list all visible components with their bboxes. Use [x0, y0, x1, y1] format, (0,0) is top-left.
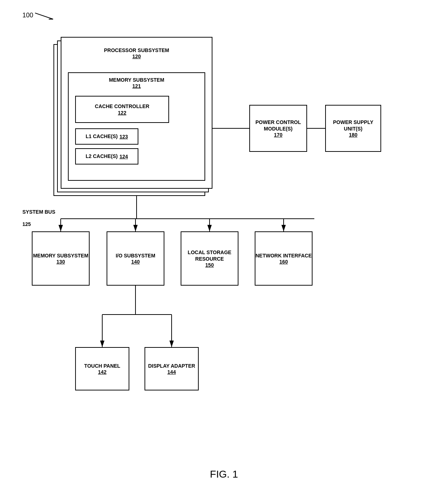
fig-label-text: FIG. 1 — [210, 469, 238, 480]
system-bus-number: 125 — [22, 221, 31, 227]
cache-ctrl-number: 122 — [118, 110, 126, 116]
psu-number: 180 — [349, 132, 357, 138]
processor-subsystem-title: PROCESSOR SUBSYSTEM 120 — [61, 47, 212, 59]
l2-number: 124 — [120, 154, 128, 159]
touch-panel-box: TOUCH PANEL 142 — [75, 347, 129, 390]
da144-title: DISPLAY ADAPTER — [148, 363, 195, 369]
svg-marker-12 — [281, 225, 286, 231]
power-supply-unit-box: POWER SUPPLY UNIT(S) 180 — [325, 105, 381, 152]
l1-title: L1 CACHE(S) — [86, 133, 118, 140]
power-control-module-box: POWER CONTROL MODULE(S) 170 — [249, 105, 307, 152]
sysbus-title: SYSTEM BUS — [22, 209, 55, 215]
svg-marker-20 — [169, 341, 174, 347]
system-bus-label: SYSTEM BUS — [22, 209, 55, 215]
l1-number: 123 — [120, 134, 128, 140]
ref-100-label: 100 — [22, 10, 55, 21]
network-interface-box: NETWORK INTERFACE 160 — [255, 231, 313, 286]
pcm-number: 170 — [274, 132, 282, 138]
svg-marker-6 — [59, 225, 63, 231]
figure-label: FIG. 1 — [210, 469, 238, 480]
display-adapter-box: DISPLAY ADAPTER 144 — [145, 347, 199, 390]
mem130-title: MEMORY SUBSYSTEM — [33, 252, 88, 259]
ref-100-text: 100 — [22, 12, 33, 19]
io-subsystem-140-box: I/O SUBSYSTEM 140 — [107, 231, 164, 286]
sysbus-num-text: 125 — [22, 221, 31, 227]
ni160-title: NETWORK INTERFACE — [255, 252, 312, 259]
io140-number: 140 — [131, 259, 139, 265]
diagram: 100 — [0, 0, 448, 500]
io140-title: I/O SUBSYSTEM — [116, 252, 155, 259]
mem121-number: 121 — [69, 83, 204, 89]
svg-line-0 — [35, 13, 53, 19]
memory-subsystem-121-box: MEMORY SUBSYSTEM 121 — [68, 72, 205, 181]
svg-marker-8 — [133, 225, 138, 231]
l1-cache-box: L1 CACHE(S) 123 — [75, 128, 138, 145]
lsr150-title: LOCAL STORAGE RESOURCE — [181, 249, 238, 262]
tp142-number: 142 — [98, 369, 106, 375]
svg-marker-18 — [100, 341, 104, 347]
local-storage-resource-box: LOCAL STORAGE RESOURCE 150 — [181, 231, 238, 286]
mem121-title: MEMORY SUBSYSTEM — [69, 77, 204, 83]
memory-subsystem-130-box: MEMORY SUBSYSTEM 130 — [32, 231, 90, 286]
l2-cache-box: L2 CACHE(S) 124 — [75, 148, 138, 164]
ni160-number: 160 — [279, 259, 288, 265]
cache-ctrl-title: CACHE CONTROLLER — [95, 103, 150, 110]
mem130-number: 130 — [56, 259, 65, 265]
psu-title: POWER SUPPLY UNIT(S) — [326, 119, 380, 132]
cache-controller-box: CACHE CONTROLLER 122 — [75, 96, 169, 123]
pcm-title: POWER CONTROL MODULE(S) — [250, 119, 306, 132]
l2-title: L2 CACHE(S) — [86, 153, 118, 159]
proc-number: 120 — [61, 54, 212, 59]
proc-title-text: PROCESSOR SUBSYSTEM — [61, 47, 212, 54]
da144-number: 144 — [167, 369, 176, 375]
svg-marker-10 — [207, 225, 212, 231]
lsr150-number: 150 — [205, 262, 214, 268]
tp142-title: TOUCH PANEL — [84, 363, 120, 369]
